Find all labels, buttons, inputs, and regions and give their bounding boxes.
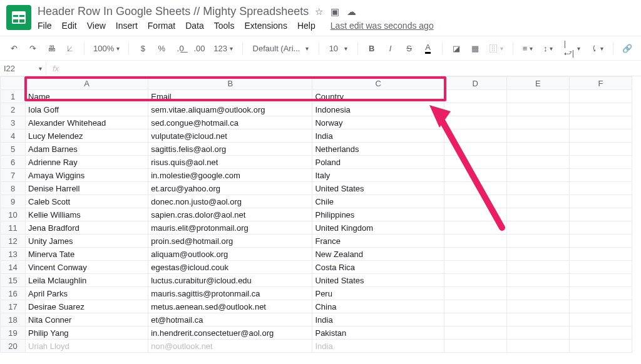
cell[interactable]: Adrienne Ray	[26, 156, 148, 169]
currency-button[interactable]: $	[135, 40, 150, 56]
cell[interactable]	[506, 248, 569, 261]
cell[interactable]	[506, 169, 569, 182]
col-header[interactable]: E	[506, 77, 569, 90]
cell[interactable]	[444, 221, 506, 235]
star-icon[interactable]: ☆	[315, 6, 323, 18]
dec-decrease-button[interactable]: .0͟	[173, 40, 188, 56]
cell[interactable]: Peru	[312, 287, 444, 300]
cell[interactable]: Costa Rica	[312, 261, 444, 274]
cell[interactable]	[444, 208, 506, 221]
cell[interactable]	[506, 274, 569, 287]
cell[interactable]: vulputate@icloud.net	[148, 129, 312, 143]
cell[interactable]	[506, 143, 569, 156]
cell[interactable]: metus.aenean.sed@outlook.net	[148, 300, 312, 313]
row-header[interactable]: 17	[1, 300, 26, 313]
cell[interactable]: sed.congue@hotmail.ca	[148, 116, 312, 129]
cell[interactable]	[506, 287, 569, 300]
cell[interactable]	[569, 326, 632, 340]
cell[interactable]	[569, 221, 632, 235]
cell[interactable]: Uriah Lloyd	[26, 340, 148, 353]
format-more-button[interactable]: 123	[211, 40, 236, 56]
merge-button[interactable]: ⿲	[486, 40, 506, 56]
wrap-button[interactable]: |⮐|	[560, 40, 584, 56]
cell[interactable]: Amaya Wiggins	[26, 169, 148, 182]
cell[interactable]: Netherlands	[312, 143, 444, 156]
sheets-logo[interactable]	[6, 5, 31, 30]
cell[interactable]	[569, 235, 632, 248]
cell[interactable]	[569, 208, 632, 221]
cell[interactable]: Country	[312, 90, 444, 103]
print-button[interactable]: 🖶	[44, 40, 59, 56]
row-header[interactable]: 1	[1, 90, 26, 103]
cell[interactable]: France	[312, 235, 444, 248]
row-header[interactable]: 20	[1, 340, 26, 353]
halign-button[interactable]: ≡	[519, 40, 536, 56]
cell[interactable]: Jena Bradford	[26, 221, 148, 235]
cell[interactable]	[569, 340, 632, 353]
move-icon[interactable]: ▣	[331, 6, 339, 18]
cell[interactable]	[569, 169, 632, 182]
col-header[interactable]: C	[312, 77, 444, 90]
cell[interactable]: Alexander Whitehead	[26, 116, 148, 129]
cell[interactable]	[444, 300, 506, 313]
cell[interactable]	[506, 313, 569, 326]
cell[interactable]	[569, 195, 632, 208]
cell[interactable]	[506, 221, 569, 235]
cloud-icon[interactable]: ☁	[347, 6, 356, 18]
cell[interactable]	[506, 261, 569, 274]
paint-format-button[interactable]: ⟀	[63, 40, 78, 56]
cell[interactable]	[444, 248, 506, 261]
cell[interactable]: Desirae Suarez	[26, 300, 148, 313]
cell[interactable]: Name	[26, 90, 148, 103]
row-header[interactable]: 3	[1, 116, 26, 129]
cell[interactable]: Chile	[312, 195, 444, 208]
cell[interactable]	[444, 156, 506, 169]
cell[interactable]: egestas@icloud.couk	[148, 261, 312, 274]
cell[interactable]	[444, 195, 506, 208]
cell[interactable]	[569, 287, 632, 300]
row-header[interactable]: 7	[1, 169, 26, 182]
valign-button[interactable]: ↕	[540, 40, 556, 56]
cell[interactable]: Denise Harrell	[26, 182, 148, 195]
menu-format[interactable]: Format	[148, 21, 175, 31]
cell[interactable]	[444, 287, 506, 300]
font-dropdown[interactable]: Default (Ari...	[249, 40, 312, 56]
cell[interactable]: Italy	[312, 169, 444, 182]
cell[interactable]	[569, 129, 632, 143]
link-button[interactable]: 🔗	[620, 40, 635, 56]
cell[interactable]	[444, 182, 506, 195]
row-header[interactable]: 19	[1, 326, 26, 340]
cell[interactable]	[569, 300, 632, 313]
col-header[interactable]: D	[444, 77, 506, 90]
cell[interactable]: Nita Conner	[26, 313, 148, 326]
cell[interactable]	[444, 340, 506, 353]
cell[interactable]	[506, 195, 569, 208]
cell[interactable]	[444, 90, 506, 103]
cell[interactable]: Pakistan	[312, 326, 444, 340]
rotate-button[interactable]: ⤹	[588, 40, 607, 56]
cell[interactable]: aliquam@outlook.org	[148, 248, 312, 261]
cell[interactable]: sagittis.felis@aol.org	[148, 143, 312, 156]
cell[interactable]	[569, 90, 632, 103]
cell[interactable]: in.hendrerit.consectetuer@aol.org	[148, 326, 312, 340]
cell[interactable]	[444, 169, 506, 182]
cell[interactable]: India	[312, 313, 444, 326]
cell[interactable]	[444, 103, 506, 116]
cell[interactable]: sem.vitae.aliquam@outlook.org	[148, 103, 312, 116]
row-header[interactable]: 10	[1, 208, 26, 221]
cell[interactable]	[569, 103, 632, 116]
cell[interactable]	[444, 326, 506, 340]
menu-file[interactable]: File	[38, 21, 52, 31]
cell[interactable]	[569, 156, 632, 169]
cell[interactable]	[569, 182, 632, 195]
cell[interactable]: United States	[312, 182, 444, 195]
cell[interactable]	[444, 274, 506, 287]
col-header[interactable]: A	[26, 77, 148, 90]
menu-view[interactable]: View	[87, 21, 106, 31]
row-header[interactable]: 18	[1, 313, 26, 326]
cell[interactable]: sapien.cras.dolor@aol.net	[148, 208, 312, 221]
cell[interactable]: Philippines	[312, 208, 444, 221]
cell[interactable]: Indonesia	[312, 103, 444, 116]
cell[interactable]	[569, 143, 632, 156]
menu-tools[interactable]: Tools	[214, 21, 235, 31]
